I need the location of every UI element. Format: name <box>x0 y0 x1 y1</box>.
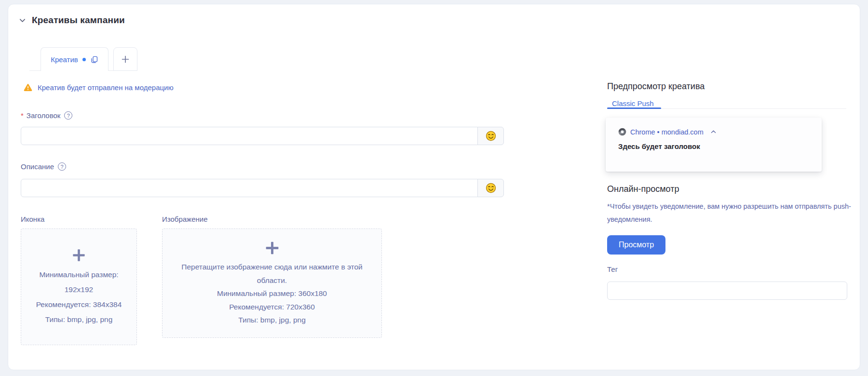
chevron-up-icon[interactable] <box>710 129 717 135</box>
push-title-placeholder: Здесь будет заголовок <box>618 142 700 150</box>
emoji-smile-icon <box>486 131 496 141</box>
description-input-group <box>21 179 504 197</box>
icon-upload-hint: Типы: bmp, jpg, png <box>45 312 113 327</box>
moderation-notice-text: Креатив будет отправлен на модерацию <box>38 83 174 92</box>
campaign-creatives-panel: Креативы кампании Креатив <box>8 4 860 370</box>
tag-input[interactable] <box>607 282 847 300</box>
add-creative-tab[interactable] <box>113 47 137 71</box>
push-source-text: Chrome • mondiad.com <box>630 128 704 136</box>
icon-upload-label: Иконка <box>21 215 44 223</box>
image-upload-hint: Перетащите изображение сюда или нажмите … <box>176 260 368 287</box>
panel-title: Креативы кампании <box>32 15 125 26</box>
title-field-label: Заголовок <box>27 111 61 120</box>
image-upload-hint: Типы: bmp, jpg, png <box>238 313 306 327</box>
title-input[interactable] <box>21 127 478 145</box>
preview-tab-underline <box>607 107 661 109</box>
description-input[interactable] <box>21 179 478 197</box>
emoji-picker-button[interactable] <box>477 179 504 197</box>
push-notification-preview-card: Chrome • mondiad.com Здесь будет заголов… <box>606 118 822 172</box>
tag-field-label: Тег <box>607 265 618 273</box>
image-upload-hint: Рекомендуется: 720x360 <box>229 300 315 314</box>
required-marker: * <box>21 111 24 120</box>
image-upload-label: Изображение <box>162 215 208 223</box>
tab-classic-push[interactable]: Classic Push <box>612 99 654 107</box>
chrome-icon <box>618 128 626 136</box>
title-field-label-row: * Заголовок <box>21 111 72 120</box>
tab-creative[interactable]: Креатив <box>41 47 108 71</box>
creative-editor-page: Креативы кампании Креатив <box>0 0 868 376</box>
emoji-picker-button[interactable] <box>477 127 504 145</box>
plus-icon <box>121 55 130 64</box>
panel-header: Креативы кампании <box>19 15 125 26</box>
description-field-label-row: Описание <box>21 162 66 171</box>
icon-upload-hint: Рекомендуется: 384x384 <box>36 297 122 312</box>
help-icon[interactable] <box>64 111 72 120</box>
image-upload-hint: Минимальный размер: 360x180 <box>217 287 327 300</box>
online-preview-title: Онлайн-просмотр <box>607 184 679 194</box>
moderation-notice: Креатив будет отправлен на модерацию <box>24 83 174 92</box>
image-upload-dropzone[interactable]: Перетащите изображение сюда или нажмите … <box>162 228 382 338</box>
emoji-smile-icon <box>486 183 496 193</box>
description-field-label: Описание <box>21 162 54 171</box>
tab-creative-label: Креатив <box>51 55 78 64</box>
unsaved-dot-indicator <box>82 58 86 61</box>
copy-icon[interactable] <box>90 55 98 64</box>
preview-section-title: Предпросмотр креатива <box>607 81 705 92</box>
help-icon[interactable] <box>58 162 66 171</box>
image-upload-label-row: Изображение <box>162 215 208 223</box>
icon-upload-dropzone[interactable]: Минимальный размер: 192x192 Рекомендуетс… <box>21 228 137 345</box>
title-input-group <box>21 127 504 145</box>
warning-icon <box>24 83 32 92</box>
chevron-down-icon[interactable] <box>19 17 26 24</box>
plus-upload-icon <box>264 240 281 256</box>
online-preview-note: *Чтобы увидеть уведомление, вам нужно ра… <box>607 200 855 226</box>
icon-upload-label-row: Иконка <box>21 215 44 223</box>
push-header: Chrome • mondiad.com <box>618 128 717 136</box>
icon-upload-hint: Минимальный размер: 192x192 <box>27 267 130 297</box>
preview-button[interactable]: Просмотр <box>607 235 665 255</box>
plus-upload-icon <box>71 247 87 263</box>
